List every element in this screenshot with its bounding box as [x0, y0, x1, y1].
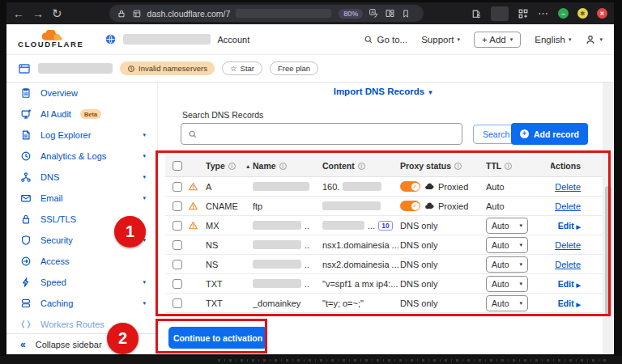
delete-record-link[interactable]: Delete — [555, 201, 581, 211]
sidebar-item-log-explorer[interactable]: Log Explorer ▾ — [6, 125, 157, 146]
status-circle-icon[interactable]: ✱ — [577, 8, 588, 19]
sidebar-item-ai-audit[interactable]: AI Audit Beta — [6, 104, 157, 125]
sidebar-item-label: Access — [40, 256, 69, 266]
sidebar-item-dns[interactable]: DNS ▾ — [6, 167, 157, 188]
minimize-circle-icon[interactable]: – — [558, 8, 569, 19]
column-header-type[interactable]: Type i ▲ — [206, 161, 253, 171]
import-dns-records-link[interactable]: Import DNS Records ▼ — [158, 87, 609, 96]
profile-avatar[interactable] — [491, 6, 509, 21]
star-icon: ☆ — [230, 64, 237, 73]
column-header-proxy[interactable]: Proxy status i — [400, 161, 486, 171]
search-icon — [188, 129, 198, 139]
info-icon[interactable]: i — [358, 163, 365, 170]
browser-window: CLOUDFLARE Account Go to... Support▾ + A… — [6, 24, 614, 354]
sidebar-item-overview[interactable]: Overview — [6, 83, 157, 104]
select-all-checkbox[interactable] — [173, 161, 182, 171]
ttl-dropdown[interactable]: Auto▾ — [486, 295, 528, 311]
column-header-name[interactable]: Name i — [253, 161, 322, 171]
chevron-down-icon: ▾ — [510, 36, 513, 43]
redacted-content — [322, 201, 381, 210]
browser-menu-icon[interactable]: ⋯ — [538, 7, 549, 19]
sort-ascending-icon[interactable]: ▲ — [245, 163, 251, 169]
address-bar[interactable]: dash.cloudflare.com/7 80% A — [109, 5, 424, 22]
ttl-dropdown[interactable]: Auto▾ — [486, 256, 528, 273]
star-button[interactable]: ☆Star — [222, 61, 262, 75]
proxy-toggle[interactable]: ✓ — [400, 181, 420, 192]
edit-record-link[interactable]: Edit ▶ — [558, 298, 581, 308]
cloud-icon — [424, 181, 435, 193]
sidebar-item-label: AI Audit — [40, 109, 71, 119]
column-header-ttl[interactable]: TTL i — [486, 161, 551, 171]
close-circle-icon[interactable]: ✕ — [597, 8, 607, 19]
ttl-dropdown[interactable]: Auto▾ — [486, 218, 528, 234]
continue-to-activation-button[interactable]: Continue to activation — [168, 327, 267, 349]
go-to-search[interactable]: Go to... — [364, 35, 407, 44]
warning-icon — [188, 181, 198, 192]
row-checkbox[interactable] — [173, 182, 182, 192]
translate-icon[interactable]: A — [369, 8, 379, 19]
search-dns-input[interactable] — [181, 123, 462, 145]
reload-icon[interactable]: ↻ — [52, 7, 62, 19]
mx-priority-badge: 10 — [378, 221, 392, 231]
record-proxy-status: DNS only — [400, 260, 486, 269]
sidebar-item-analytics-logs[interactable]: Analytics & Logs ▾ — [6, 146, 157, 167]
column-header-actions[interactable]: Actions — [551, 161, 607, 171]
proxy-toggle[interactable]: ✓ — [400, 201, 420, 211]
row-checkbox[interactable] — [173, 260, 182, 269]
support-menu[interactable]: Support▾ — [421, 35, 460, 44]
row-checkbox[interactable] — [173, 279, 182, 289]
sidebar-item-caching[interactable]: Caching ▾ — [6, 293, 157, 314]
row-checkbox[interactable] — [173, 298, 182, 308]
scrollbar-thumb[interactable] — [605, 186, 611, 315]
row-checkbox[interactable] — [173, 221, 182, 231]
chevron-right-icon: ▶ — [577, 224, 581, 230]
info-icon[interactable]: i — [454, 163, 462, 170]
chevron-down-icon: ▾ — [519, 261, 522, 268]
info-icon[interactable]: i — [279, 163, 287, 170]
back-icon[interactable]: ← — [13, 8, 24, 19]
column-header-content[interactable]: Content i — [322, 161, 400, 171]
delete-record-link[interactable]: Delete — [555, 240, 581, 250]
chrome-right-cluster: ⋯ – ✱ ✕ — [471, 6, 607, 21]
sidebar-item-speed[interactable]: Speed ▾ — [6, 272, 157, 293]
row-checkbox[interactable] — [173, 201, 182, 211]
edit-record-link[interactable]: Edit ▶ — [558, 221, 581, 231]
chevron-down-icon: ▾ — [519, 242, 522, 248]
record-proxy-status: DNS only — [400, 298, 486, 308]
sidebar-item-access[interactable]: Access — [6, 251, 157, 272]
sidebar-item-email[interactable]: Email ▾ — [6, 188, 157, 209]
screenshot-root: ← → ↻ dash.cloudflare.com/7 80% A — [0, 0, 622, 364]
dns-record-row-txt: TXT .. "v=spf1 a mx ip4:... DNS only Aut… — [165, 274, 607, 294]
clock-icon — [127, 65, 135, 73]
site-info-icon[interactable] — [132, 9, 142, 19]
chevron-down-icon: ▼ — [427, 89, 433, 96]
zoom-level-badge[interactable]: 80% — [339, 9, 363, 19]
apps-grid-icon[interactable] — [518, 8, 529, 19]
account-label: Account — [217, 35, 249, 44]
info-icon[interactable]: i — [228, 163, 236, 170]
add-record-button[interactable]: + Add record — [511, 123, 588, 145]
language-menu[interactable]: English▾ — [535, 35, 571, 44]
record-proxy-status: DNS only — [400, 279, 486, 289]
delete-record-link[interactable]: Delete — [555, 260, 581, 269]
add-menu-button[interactable]: + Add▾ — [474, 32, 521, 48]
cloudflare-logo[interactable]: CLOUDFLARE — [18, 30, 83, 49]
user-menu[interactable]: ▾ — [585, 34, 603, 45]
record-name: ftp — [253, 201, 322, 211]
ttl-dropdown[interactable]: Auto▾ — [486, 276, 528, 292]
bookmark-tab-icon[interactable] — [401, 9, 411, 19]
forward-icon[interactable]: → — [32, 8, 44, 19]
record-ttl: Auto▾ — [486, 295, 551, 311]
extensions-puzzle-icon[interactable] — [471, 8, 482, 19]
user-icon — [585, 34, 596, 45]
edit-record-link[interactable]: Edit ▶ — [558, 279, 581, 289]
vertical-scrollbar[interactable] — [603, 83, 613, 354]
row-checkbox[interactable] — [173, 240, 182, 250]
sidebar-item-label: Caching — [40, 298, 73, 308]
ttl-dropdown[interactable]: Auto▾ — [486, 237, 528, 253]
beta-badge: Beta — [80, 109, 101, 119]
warning-icon — [188, 201, 198, 211]
split-screen-icon[interactable] — [385, 8, 395, 19]
info-icon[interactable]: i — [505, 163, 512, 170]
delete-record-link[interactable]: Delete — [555, 182, 581, 192]
